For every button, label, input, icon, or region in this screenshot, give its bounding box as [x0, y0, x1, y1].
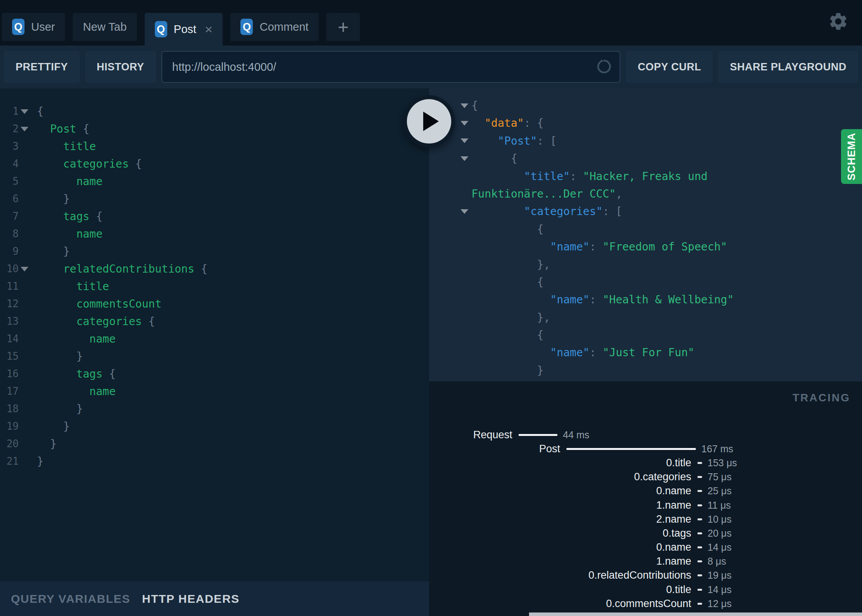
code-token: } — [37, 245, 70, 258]
tab-post[interactable]: QPost× — [145, 13, 223, 46]
fold-arrow-icon[interactable] — [459, 132, 470, 150]
code-token: tags — [76, 368, 102, 380]
fold-arrow-icon[interactable] — [459, 203, 470, 220]
schema-side-tab[interactable]: SCHEMA — [841, 129, 862, 184]
response-line: { — [429, 273, 862, 291]
schema-tab-label: SCHEMA — [846, 133, 858, 180]
chevron-down-icon — [21, 127, 28, 131]
code-token — [471, 117, 485, 130]
query-code-text: name — [37, 330, 116, 348]
code-token: title — [76, 280, 109, 293]
code-token — [37, 368, 76, 380]
code-token — [37, 262, 63, 275]
prettify-button[interactable]: PRETTIFY — [4, 51, 80, 83]
fold-arrow-slot — [459, 344, 470, 361]
line-number: 1 — [0, 103, 19, 120]
code-token: categories — [63, 158, 129, 170]
tracing-row: 0.tags20 μs — [429, 526, 862, 540]
code-token: : — [589, 293, 603, 306]
code-token: { — [471, 223, 543, 236]
endpoint-url-field[interactable] — [161, 51, 621, 83]
add-tab-button[interactable]: + — [326, 13, 360, 41]
code-token: { — [89, 210, 103, 223]
code-token: } — [37, 350, 83, 363]
fold-arrow-icon[interactable] — [19, 103, 30, 120]
response-code-text: Funktionäre...Der CCC", — [471, 185, 622, 203]
query-line: 10 relatedContributions { — [0, 260, 429, 278]
response-viewer[interactable]: { "data": { "Post": [ { "title": "Hacker… — [429, 88, 862, 382]
fold-arrow-slot — [459, 273, 470, 291]
response-line: { — [429, 150, 862, 167]
code-token — [37, 298, 76, 310]
query-code-text: } — [37, 453, 44, 470]
code-token: name — [76, 175, 102, 188]
response-line: "name": "Just For Fun" — [429, 344, 862, 361]
code-token: "data" — [485, 117, 524, 130]
reload-endpoint-icon[interactable] — [596, 58, 613, 75]
chevron-down-icon — [461, 138, 468, 143]
tracing-dash-icon — [697, 518, 702, 520]
query-line: 1{ — [0, 103, 429, 120]
tab-http-headers[interactable]: HTTP HEADERS — [142, 592, 240, 606]
tab-query-variables[interactable]: QUERY VARIABLES — [11, 592, 130, 606]
query-code-text: commentsCount — [37, 295, 161, 313]
execute-query-button[interactable] — [403, 95, 455, 147]
fold-arrow-slot — [459, 185, 470, 203]
tab-comment[interactable]: QComment — [230, 13, 319, 41]
query-editor-pane[interactable]: 1{2 Post {3 title4 categories {5 name6 }… — [0, 88, 429, 581]
fold-arrow-icon[interactable] — [19, 260, 30, 278]
fold-arrow-icon[interactable] — [459, 114, 470, 132]
fold-arrow-icon[interactable] — [459, 97, 470, 114]
close-tab-icon[interactable]: × — [205, 23, 213, 36]
query-code-text: } — [37, 348, 83, 365]
query-line: 6 } — [0, 190, 429, 208]
copy-curl-button[interactable]: COPY CURL — [626, 51, 713, 83]
query-line: 13 categories { — [0, 313, 429, 330]
tracing-span-label: 0.title — [429, 457, 691, 469]
code-token: title — [63, 140, 96, 153]
query-code-text: relatedContributions { — [37, 260, 207, 278]
line-number: 3 — [0, 138, 19, 155]
code-token: } — [37, 402, 83, 415]
tab-new-tab[interactable]: New Tab — [73, 13, 137, 41]
tracing-duration: 19 μs — [708, 570, 732, 581]
code-token — [471, 293, 550, 306]
fold-arrow-slot — [459, 256, 470, 273]
fold-arrow-slot — [459, 362, 470, 379]
line-number: 13 — [0, 313, 19, 330]
response-code-text: } — [471, 362, 543, 379]
query-line: 14 name — [0, 330, 429, 348]
tracing-row: 0.relatedContributions19 μs — [429, 569, 862, 583]
code-token: "Health & Wellbeing" — [603, 293, 734, 306]
fold-arrow-icon[interactable] — [459, 150, 470, 167]
tracing-row: 2.name10 μs — [429, 512, 862, 526]
fold-arrow-icon[interactable] — [19, 120, 30, 138]
endpoint-url-input[interactable] — [162, 60, 596, 74]
fold-arrow-slot — [459, 326, 470, 344]
code-token: { — [471, 152, 517, 165]
code-token: { — [194, 262, 208, 275]
tab-user[interactable]: QUser — [2, 13, 65, 41]
chevron-down-icon — [21, 267, 28, 271]
code-token: "title" — [524, 170, 570, 183]
history-button[interactable]: HISTORY — [85, 51, 156, 83]
code-token: } — [471, 364, 543, 377]
tracing-span-label: 1.name — [429, 499, 691, 511]
code-token — [37, 122, 50, 135]
horizontal-scrollbar[interactable] — [529, 612, 862, 616]
share-playground-button[interactable]: SHARE PLAYGROUND — [718, 51, 858, 83]
fold-arrow-slot — [19, 295, 30, 313]
fold-arrow-slot — [459, 291, 470, 308]
fold-arrow-slot — [459, 238, 470, 256]
query-code-text: name — [37, 225, 103, 243]
response-code-text: }, — [471, 309, 550, 326]
tracing-span-label: 0.tags — [429, 527, 691, 539]
tracing-span-label: 2.name — [429, 513, 691, 525]
code-token: name — [89, 385, 116, 398]
code-token: "Post" — [498, 135, 537, 147]
fold-arrow-slot — [19, 418, 30, 435]
query-line: 9 } — [0, 243, 429, 260]
settings-gear-icon[interactable] — [828, 11, 849, 32]
query-editor[interactable]: 1{2 Post {3 title4 categories {5 name6 }… — [0, 88, 429, 470]
fold-arrow-slot — [459, 168, 470, 185]
